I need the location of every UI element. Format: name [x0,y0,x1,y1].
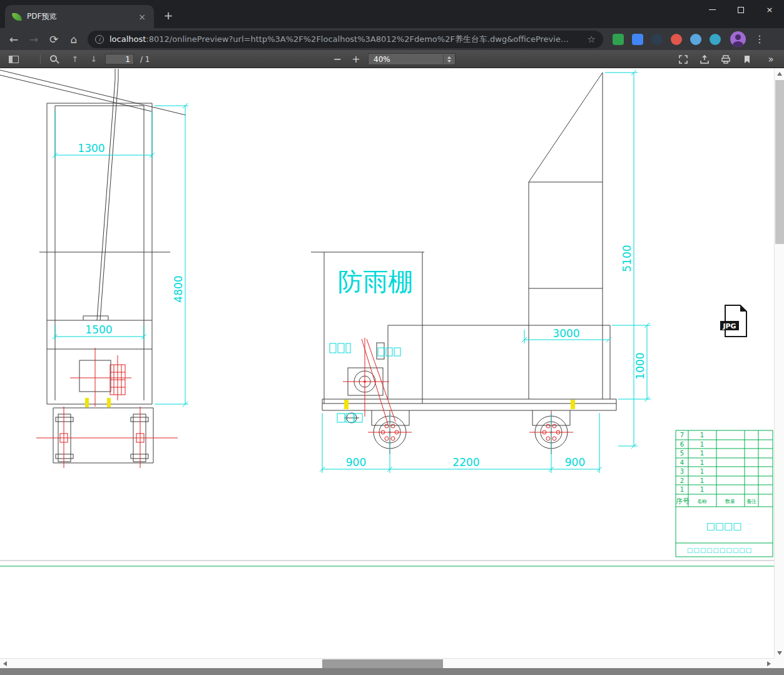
previous-page-button[interactable]: ↑ [68,50,83,68]
reload-button[interactable]: ⟳ [44,31,64,48]
dim-1000: 1000 [634,352,646,379]
svg-text:1: 1 [700,432,704,439]
title-block-cyan-text: □□□□ □□□□□□□□□□ [687,520,752,554]
search-icon [49,54,59,64]
cad-drawing: 1300 4800 1500 5100 3000 1000 900 2200 9… [0,68,774,658]
extension-icon-4[interactable] [671,34,682,45]
minimize-icon [709,9,716,10]
more-tools-button[interactable]: » [763,50,778,68]
dim-900-left: 900 [346,456,366,469]
extension-icon-5[interactable] [690,34,701,45]
zoom-out-button[interactable]: − [330,50,344,68]
new-tab-button[interactable]: + [161,9,175,22]
print-button[interactable] [718,50,733,68]
maximize-icon [738,7,744,13]
svg-text:6: 6 [680,441,684,448]
scroll-down-button[interactable] [775,647,784,658]
svg-text:1: 1 [700,477,704,484]
forward-button[interactable]: → [24,31,44,48]
svg-text:2: 2 [680,477,684,484]
extension-icon-2[interactable] [632,34,643,45]
browser-navbar: ← → ⟳ ⌂ i localhost:8012/onlinePreview?u… [0,28,784,50]
bookmark-button[interactable] [740,50,755,68]
front-mast-strut [97,69,118,320]
profile-avatar[interactable] [730,31,746,47]
zoom-value: 40% [374,55,390,64]
url-rest: :8012/onlinePreview?url=http%3A%2F%2Floc… [146,34,569,44]
dim-2200: 2200 [452,456,479,469]
page-number-input[interactable] [105,54,134,64]
scroll-left-icon [3,661,7,666]
dim-4800: 4800 [172,275,185,302]
bookmark-icon [742,54,752,64]
back-button[interactable]: ← [4,31,24,48]
extension-icon-3[interactable] [651,34,663,45]
svg-text:5: 5 [680,450,684,457]
window-maximize-button[interactable] [726,0,755,19]
vertical-scrollbar[interactable] [774,68,784,658]
page-count-label: / 1 [140,50,150,68]
fullscreen-button[interactable] [676,50,691,68]
svg-text:1: 1 [700,468,704,475]
svg-text:1: 1 [700,459,704,466]
window-controls: × [698,0,784,19]
scroll-down-icon [777,651,782,655]
svg-text:1: 1 [700,450,704,457]
browser-menu-icon[interactable]: ⋮ [753,33,766,45]
rain-shelter-label: 防雨棚 [338,267,413,296]
title-block-col-name: 名称 [697,499,707,504]
svg-text:1: 1 [680,486,684,493]
svg-text:□□□□: □□□□ [706,520,742,532]
extension-icon-6[interactable] [710,34,721,45]
svg-text:1: 1 [700,441,704,448]
svg-text:□□□□□□□□□□: □□□□□□□□□□ [687,547,752,554]
dim-5100: 5100 [621,245,633,272]
search-button[interactable] [46,50,61,68]
front-base-frame [53,408,153,463]
horizontal-scroll-thumb[interactable] [322,659,443,668]
svg-text:7: 7 [680,432,684,439]
avatar-body-icon [733,41,743,47]
dim-3000: 3000 [552,327,579,340]
zoom-spinner-icon [443,54,451,64]
side-red-centerlines [343,338,573,454]
tab-close-icon[interactable]: × [136,12,148,22]
svg-text:4: 4 [680,459,684,466]
side-tall-structure [529,73,603,399]
tab-title: PDF预览 [27,11,136,22]
home-button[interactable]: ⌂ [64,31,84,48]
scroll-left-button[interactable] [0,659,10,669]
title-block-col-note: 备注 [746,499,756,504]
scrollbar-corner [774,658,784,668]
extension-icon-1[interactable] [613,34,624,45]
scroll-right-icon [767,661,771,666]
scroll-up-button[interactable] [775,68,784,79]
zoom-select[interactable]: 40% [368,53,456,65]
pdf-toolbar: ↑ ↓ / 1 − + 40% » [0,50,784,68]
title-block-grid [676,430,773,557]
next-page-button[interactable]: ↓ [86,50,101,68]
url-text[interactable]: localhost:8012/onlinePreview?url=http%3A… [109,34,584,45]
title-block-col-index: 序号 [676,497,690,505]
jpg-icon-label: JPG [722,322,736,330]
front-dimension-lines [53,103,188,407]
bookmark-star-icon[interactable]: ☆ [588,34,596,45]
horizontal-scrollbar[interactable] [0,658,774,668]
front-red-components [60,365,144,442]
zoom-in-button[interactable]: + [349,50,363,68]
url-host: localhost [109,34,146,44]
print-icon [721,54,731,64]
window-minimize-button[interactable] [698,0,726,19]
dim-1300: 1300 [78,142,104,155]
browser-tab[interactable]: PDF预览 × [5,5,154,28]
vertical-scroll-thumb[interactable] [775,80,784,244]
jpg-icon-fold [740,305,746,312]
toolbar-divider [40,54,41,64]
open-file-button[interactable] [697,50,712,68]
sidebar-toggle-button[interactable] [6,50,21,68]
page-info-icon[interactable]: i [95,35,104,44]
scroll-right-button[interactable] [764,659,774,669]
browser-titlebar: PDF预览 × + × [0,0,784,28]
address-bar[interactable]: i localhost:8012/onlinePreview?url=http%… [88,31,603,48]
window-close-button[interactable]: × [755,0,784,19]
